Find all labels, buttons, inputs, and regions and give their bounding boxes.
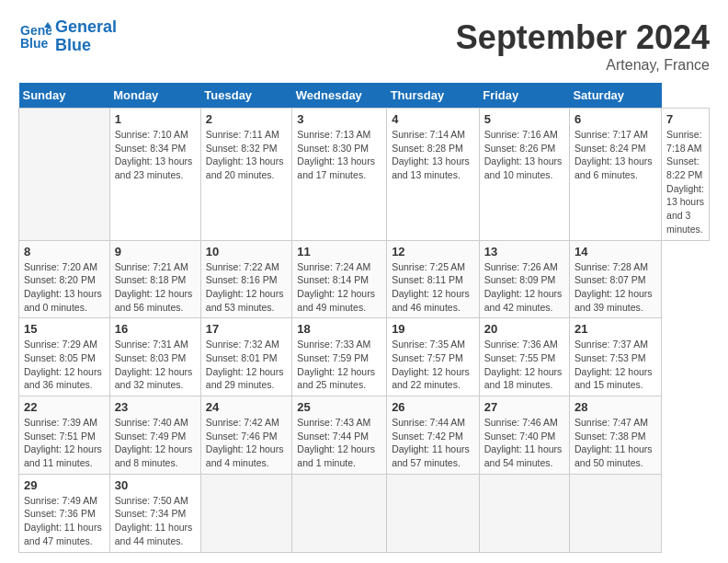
day-header-monday: Monday (109, 83, 200, 109)
day-cell (19, 109, 110, 241)
day-cell: 1Sunrise: 7:10 AMSunset: 8:34 PMDaylight… (109, 109, 200, 241)
week-row-3: 15Sunrise: 7:29 AMSunset: 8:05 PMDayligh… (19, 318, 710, 396)
day-number: 22 (24, 400, 105, 414)
day-number: 21 (574, 322, 656, 336)
day-info: Sunrise: 7:35 AMSunset: 7:57 PMDaylight:… (392, 338, 474, 392)
day-number: 12 (392, 245, 474, 259)
day-cell: 20Sunrise: 7:36 AMSunset: 7:55 PMDayligh… (479, 318, 569, 396)
day-number: 16 (115, 322, 196, 336)
day-info: Sunrise: 7:42 AMSunset: 7:46 PMDaylight:… (206, 416, 288, 470)
day-number: 27 (484, 400, 564, 414)
day-cell: 4Sunrise: 7:14 AMSunset: 8:28 PMDaylight… (387, 109, 480, 241)
day-cell: 12Sunrise: 7:25 AMSunset: 8:11 PMDayligh… (387, 240, 480, 318)
day-info: Sunrise: 7:25 AMSunset: 8:11 PMDaylight:… (392, 260, 474, 315)
month-title: September 2024 (456, 18, 710, 57)
day-info: Sunrise: 7:22 AMSunset: 8:16 PMDaylight:… (206, 260, 288, 315)
day-cell: 13Sunrise: 7:26 AMSunset: 8:09 PMDayligh… (479, 240, 569, 318)
day-header-saturday: Saturday (569, 83, 661, 109)
day-cell: 2Sunrise: 7:11 AMSunset: 8:32 PMDaylight… (200, 109, 292, 241)
day-info: Sunrise: 7:32 AMSunset: 8:01 PMDaylight:… (206, 338, 288, 392)
day-number: 9 (115, 245, 196, 259)
day-header-sunday: Sunday (19, 83, 110, 109)
calendar-table: SundayMondayTuesdayWednesdayThursdayFrid… (18, 83, 710, 553)
day-cell: 29Sunrise: 7:49 AMSunset: 7:36 PMDayligh… (19, 474, 110, 552)
week-row-4: 22Sunrise: 7:39 AMSunset: 7:51 PMDayligh… (19, 396, 710, 475)
day-number: 26 (392, 400, 474, 414)
day-cell: 6Sunrise: 7:17 AMSunset: 8:24 PMDaylight… (569, 109, 661, 241)
day-cell: 7Sunrise: 7:18 AMSunset: 8:22 PMDaylight… (662, 109, 710, 241)
day-cell: 11Sunrise: 7:24 AMSunset: 8:14 PMDayligh… (292, 240, 387, 318)
day-number: 11 (297, 245, 381, 259)
day-header-wednesday: Wednesday (292, 83, 387, 109)
day-number: 14 (574, 245, 656, 259)
header-row: SundayMondayTuesdayWednesdayThursdayFrid… (19, 83, 710, 109)
day-info: Sunrise: 7:28 AMSunset: 8:07 PMDaylight:… (574, 260, 656, 315)
day-info: Sunrise: 7:17 AMSunset: 8:24 PMDaylight:… (574, 128, 656, 182)
day-cell: 17Sunrise: 7:32 AMSunset: 8:01 PMDayligh… (200, 318, 292, 396)
day-number: 4 (392, 112, 474, 126)
day-info: Sunrise: 7:50 AMSunset: 7:34 PMDaylight:… (115, 494, 196, 548)
day-number: 24 (206, 400, 288, 414)
day-info: Sunrise: 7:33 AMSunset: 7:59 PMDaylight:… (297, 338, 381, 392)
day-number: 3 (297, 112, 381, 126)
day-info: Sunrise: 7:10 AMSunset: 8:34 PMDaylight:… (115, 128, 196, 182)
day-info: Sunrise: 7:31 AMSunset: 8:03 PMDaylight:… (115, 338, 196, 392)
title-block: September 2024 Artenay, France (456, 18, 710, 74)
day-number: 28 (574, 400, 656, 414)
logo-line1: General (55, 18, 117, 37)
day-cell (569, 474, 661, 552)
day-cell: 5Sunrise: 7:16 AMSunset: 8:26 PMDaylight… (479, 109, 569, 241)
page-header: General Blue General Blue September 2024… (18, 18, 710, 74)
day-info: Sunrise: 7:36 AMSunset: 7:55 PMDaylight:… (484, 338, 564, 392)
week-row-5: 29Sunrise: 7:49 AMSunset: 7:36 PMDayligh… (19, 474, 710, 552)
day-cell: 16Sunrise: 7:31 AMSunset: 8:03 PMDayligh… (109, 318, 200, 396)
location: Artenay, France (456, 57, 710, 74)
day-info: Sunrise: 7:44 AMSunset: 7:42 PMDaylight:… (392, 416, 474, 470)
day-info: Sunrise: 7:46 AMSunset: 7:40 PMDaylight:… (484, 416, 564, 470)
day-info: Sunrise: 7:16 AMSunset: 8:26 PMDaylight:… (484, 128, 564, 182)
day-number: 29 (24, 478, 105, 492)
week-row-1: 1Sunrise: 7:10 AMSunset: 8:34 PMDaylight… (19, 109, 710, 241)
day-header-thursday: Thursday (387, 83, 480, 109)
day-header-friday: Friday (479, 83, 569, 109)
day-header-tuesday: Tuesday (200, 83, 292, 109)
day-cell: 8Sunrise: 7:20 AMSunset: 8:20 PMDaylight… (19, 240, 110, 318)
logo-line2: Blue (55, 37, 117, 55)
day-info: Sunrise: 7:37 AMSunset: 7:53 PMDaylight:… (574, 338, 656, 392)
day-number: 7 (666, 112, 704, 126)
day-info: Sunrise: 7:20 AMSunset: 8:20 PMDaylight:… (24, 260, 105, 315)
day-number: 8 (24, 245, 105, 259)
day-number: 10 (206, 245, 288, 259)
day-number: 13 (484, 245, 564, 259)
day-info: Sunrise: 7:40 AMSunset: 7:49 PMDaylight:… (115, 416, 196, 470)
day-number: 2 (206, 112, 288, 126)
day-number: 19 (392, 322, 474, 336)
day-info: Sunrise: 7:11 AMSunset: 8:32 PMDaylight:… (206, 128, 288, 182)
day-number: 30 (115, 478, 196, 492)
day-cell: 27Sunrise: 7:46 AMSunset: 7:40 PMDayligh… (479, 396, 569, 475)
day-cell: 30Sunrise: 7:50 AMSunset: 7:34 PMDayligh… (109, 474, 200, 552)
day-cell: 15Sunrise: 7:29 AMSunset: 8:05 PMDayligh… (19, 318, 110, 396)
logo-icon: General Blue (18, 20, 51, 53)
day-info: Sunrise: 7:13 AMSunset: 8:30 PMDaylight:… (297, 128, 381, 182)
day-cell: 10Sunrise: 7:22 AMSunset: 8:16 PMDayligh… (200, 240, 292, 318)
day-info: Sunrise: 7:29 AMSunset: 8:05 PMDaylight:… (24, 338, 105, 392)
day-number: 15 (24, 322, 105, 336)
day-info: Sunrise: 7:39 AMSunset: 7:51 PMDaylight:… (24, 416, 105, 470)
day-cell: 18Sunrise: 7:33 AMSunset: 7:59 PMDayligh… (292, 318, 387, 396)
logo: General Blue General Blue (18, 18, 117, 55)
day-cell (387, 474, 480, 552)
day-cell (479, 474, 569, 552)
day-info: Sunrise: 7:14 AMSunset: 8:28 PMDaylight:… (392, 128, 474, 182)
day-cell: 3Sunrise: 7:13 AMSunset: 8:30 PMDaylight… (292, 109, 387, 241)
day-cell: 28Sunrise: 7:47 AMSunset: 7:38 PMDayligh… (569, 396, 661, 475)
day-cell: 23Sunrise: 7:40 AMSunset: 7:49 PMDayligh… (109, 396, 200, 475)
day-info: Sunrise: 7:21 AMSunset: 8:18 PMDaylight:… (115, 260, 196, 315)
day-number: 1 (115, 112, 196, 126)
day-info: Sunrise: 7:47 AMSunset: 7:38 PMDaylight:… (574, 416, 656, 470)
week-row-2: 8Sunrise: 7:20 AMSunset: 8:20 PMDaylight… (19, 240, 710, 318)
day-number: 5 (484, 112, 564, 126)
day-info: Sunrise: 7:18 AMSunset: 8:22 PMDaylight:… (666, 128, 704, 236)
day-cell: 22Sunrise: 7:39 AMSunset: 7:51 PMDayligh… (19, 396, 110, 475)
day-cell: 9Sunrise: 7:21 AMSunset: 8:18 PMDaylight… (109, 240, 200, 318)
